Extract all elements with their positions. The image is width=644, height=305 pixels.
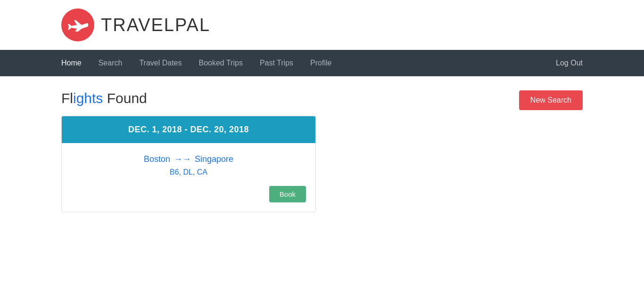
title-highlight: ights bbox=[73, 90, 103, 106]
flight-origin: Boston bbox=[144, 154, 170, 164]
flight-card: DEC. 1, 2018 - DEC. 20, 2018 Boston →→ S… bbox=[61, 116, 316, 212]
title-part2: Found bbox=[103, 90, 147, 106]
flight-airlines: B6, DL, CA bbox=[71, 168, 306, 177]
main-content: Flights Found New Search DEC. 1, 2018 - … bbox=[0, 76, 644, 226]
flight-destination: Singapore bbox=[195, 154, 233, 164]
title-part1: Fl bbox=[61, 90, 73, 106]
nav-booked-trips[interactable]: Booked Trips bbox=[199, 59, 243, 67]
nav-travel-dates[interactable]: Travel Dates bbox=[139, 59, 182, 67]
logo-area: TRAVELPAL bbox=[0, 0, 644, 50]
page-title: Flights Found bbox=[61, 90, 583, 106]
logout-button[interactable]: Log Out bbox=[556, 59, 583, 67]
flight-route: Boston →→ Singapore bbox=[71, 154, 306, 164]
book-button[interactable]: Book bbox=[269, 186, 306, 202]
flight-card-body: Boston →→ Singapore B6, DL, CA Book bbox=[62, 143, 315, 212]
navbar: Home Search Travel Dates Booked Trips Pa… bbox=[0, 50, 644, 76]
nav-past-trips[interactable]: Past Trips bbox=[260, 59, 293, 67]
nav-links: Home Search Travel Dates Booked Trips Pa… bbox=[61, 59, 556, 67]
nav-search[interactable]: Search bbox=[99, 59, 123, 67]
nav-profile[interactable]: Profile bbox=[310, 59, 331, 67]
app-name: TRAVELPAL bbox=[101, 15, 210, 35]
new-search-button[interactable]: New Search bbox=[519, 90, 583, 110]
flight-date-range: DEC. 1, 2018 - DEC. 20, 2018 bbox=[62, 116, 315, 143]
flight-card-footer: Book bbox=[71, 186, 306, 202]
logo-icon bbox=[61, 8, 94, 41]
nav-home[interactable]: Home bbox=[61, 59, 82, 67]
route-arrow-icon: →→ bbox=[174, 154, 191, 164]
